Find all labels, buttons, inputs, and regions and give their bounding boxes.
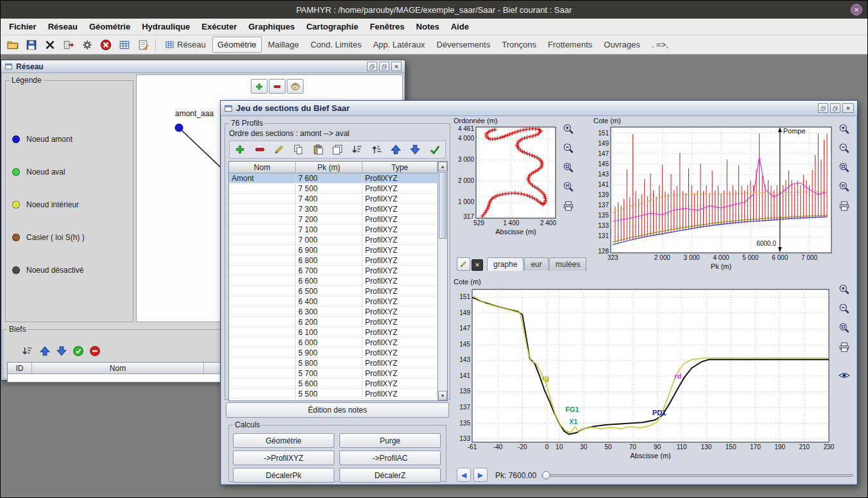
biefs-column-header[interactable]: ID bbox=[8, 363, 32, 374]
profil-duplicate-button[interactable] bbox=[330, 141, 345, 158]
menu-item[interactable]: Notes bbox=[411, 22, 445, 31]
cross-section-chart[interactable]: -61-40-200103050709011013015017019021023… bbox=[452, 278, 837, 465]
menu-item[interactable]: Géométrie bbox=[83, 22, 136, 31]
pk-slider-track[interactable] bbox=[541, 474, 853, 477]
export-button[interactable] bbox=[60, 37, 77, 53]
biefs-column-header[interactable]: Nom bbox=[32, 363, 204, 374]
table-row[interactable]: 6 600ProfilXYZ bbox=[229, 276, 438, 286]
plan-zoom-window-button[interactable] bbox=[561, 160, 576, 175]
abort-button[interactable] bbox=[98, 37, 114, 53]
profil-remove-button[interactable] bbox=[251, 141, 267, 158]
calc-d-calerpk-button[interactable]: DécalerPk bbox=[233, 468, 334, 483]
plan-zoom-reset-button[interactable] bbox=[561, 179, 576, 194]
calc-d-calerz-button[interactable]: DécalerZ bbox=[339, 468, 441, 483]
profils-scrollbar[interactable]: ▲ ▼ bbox=[438, 162, 447, 400]
profil-sort-asc-button[interactable] bbox=[369, 141, 384, 158]
menu-item[interactable]: Aide bbox=[445, 22, 475, 31]
scroll-up-button[interactable]: ▲ bbox=[438, 162, 447, 171]
menu-item[interactable]: Réseau bbox=[42, 22, 83, 31]
toolbar---button[interactable]: . =>, bbox=[647, 37, 674, 53]
toolbar-r-seau-button[interactable]: Réseau bbox=[160, 37, 211, 53]
table-row[interactable]: 7 000ProfilXYZ bbox=[229, 235, 438, 245]
remove-node-button[interactable] bbox=[269, 79, 285, 94]
long-print-button[interactable] bbox=[837, 198, 852, 214]
notes-button[interactable] bbox=[135, 37, 151, 53]
profil-paste-button[interactable] bbox=[310, 141, 325, 158]
table-row[interactable]: 5 700ProfilXYZ bbox=[229, 368, 438, 379]
open-button[interactable] bbox=[4, 37, 21, 53]
profil-move-up-button[interactable] bbox=[388, 141, 404, 158]
next-profile-button[interactable]: ▶ bbox=[473, 468, 488, 482]
menu-item[interactable]: Graphiques bbox=[243, 22, 300, 31]
long-profile-chart[interactable]: 3232 0003 0004 0005 0006 0007 0001511491… bbox=[591, 117, 837, 277]
plan-print-button[interactable] bbox=[561, 198, 576, 214]
menu-item[interactable]: Fenêtres bbox=[364, 22, 410, 31]
long-zoom-reset-button[interactable] bbox=[837, 179, 852, 194]
tab-eur[interactable]: eur bbox=[524, 257, 548, 271]
calc--profilac-button[interactable]: ->ProfilAC bbox=[339, 451, 441, 465]
profil-apply-button[interactable] bbox=[427, 141, 443, 158]
table-row[interactable]: Amont7 600ProfilXYZ bbox=[229, 173, 438, 184]
cross-zoom-in-button[interactable] bbox=[837, 282, 852, 297]
toolbar-ouvrages-button[interactable]: Ouvrages bbox=[599, 37, 645, 53]
table-row[interactable]: 5 500ProfilXYZ bbox=[229, 389, 438, 399]
table-row[interactable]: 7 400ProfilXYZ bbox=[229, 194, 438, 204]
biefs-move-up-button[interactable] bbox=[37, 343, 53, 359]
cross-zoom-out-button[interactable] bbox=[837, 301, 852, 316]
table-row[interactable]: 6 100ProfilXYZ bbox=[229, 327, 438, 338]
profils-column-header[interactable]: Type bbox=[362, 162, 438, 173]
cross-print-button[interactable] bbox=[837, 339, 852, 355]
biefs-remove-button[interactable] bbox=[87, 343, 103, 359]
table-row[interactable]: 6 300ProfilXYZ bbox=[229, 307, 438, 317]
edit-notes-button[interactable]: Édition des notes bbox=[226, 402, 449, 418]
table-row[interactable]: 6 400ProfilXYZ bbox=[229, 296, 438, 307]
profil-sort-desc-button[interactable] bbox=[349, 141, 364, 158]
profil-edit-button[interactable] bbox=[271, 141, 287, 158]
profil-add-button[interactable] bbox=[232, 141, 248, 158]
toolbar-app-lat-raux-button[interactable]: App. Latéraux bbox=[368, 37, 430, 53]
reseau-close-button[interactable]: ✕ bbox=[391, 62, 402, 71]
palette-button[interactable] bbox=[287, 79, 303, 94]
save-button[interactable] bbox=[23, 37, 40, 53]
tab-mulées[interactable]: mulées bbox=[549, 257, 587, 271]
sections-window-titlebar[interactable]: Jeu de sections du Bief Saar ✕ bbox=[221, 101, 857, 116]
tab-tool-button[interactable]: ✕ bbox=[472, 259, 483, 271]
plan-zoom-in-button[interactable] bbox=[561, 121, 576, 137]
sections-undock-button[interactable] bbox=[818, 103, 828, 113]
toolbar-maillage-button[interactable]: Maillage bbox=[263, 37, 304, 53]
long-zoom-window-button[interactable] bbox=[837, 160, 852, 175]
os-titlebar[interactable]: PAMHYR : /home/parouby/MAGE/exemple_saar… bbox=[1, 1, 867, 19]
profils-column-header[interactable]: Nom bbox=[229, 162, 296, 173]
calc-purge-button[interactable]: Purge bbox=[339, 433, 441, 448]
tab-edit-button[interactable] bbox=[457, 257, 470, 271]
cross-view-button[interactable] bbox=[837, 368, 852, 383]
toolbar-d-versements-button[interactable]: Déversements bbox=[431, 37, 495, 53]
table-row[interactable]: 6 500ProfilXYZ bbox=[229, 286, 438, 296]
table-row[interactable]: 6 000ProfilXYZ bbox=[229, 338, 438, 348]
calc-g-om-trie-button[interactable]: Géométrie bbox=[233, 433, 334, 448]
cross-zoom-window-button[interactable] bbox=[837, 320, 852, 336]
settings-button[interactable] bbox=[79, 37, 96, 53]
table-row[interactable]: 7 500ProfilXYZ bbox=[229, 184, 438, 194]
table-row[interactable]: 7 100ProfilXYZ bbox=[229, 225, 438, 235]
window-close-button[interactable]: ✕ bbox=[851, 4, 862, 15]
biefs-move-down-button[interactable] bbox=[53, 343, 70, 359]
plan-view-chart[interactable]: 5291 4002 4004 4614 0003 0002 0001 00031… bbox=[452, 117, 562, 253]
long-zoom-out-button[interactable] bbox=[837, 141, 852, 156]
pk-slider-thumb[interactable] bbox=[542, 471, 550, 479]
toolbar-tron-ons-button[interactable]: Tronçons bbox=[497, 37, 541, 53]
table-row[interactable]: 7 300ProfilXYZ bbox=[229, 204, 438, 214]
menu-item[interactable]: Fichier bbox=[3, 22, 42, 31]
calc--profilxyz-button[interactable]: ->ProfilXYZ bbox=[233, 451, 334, 465]
profil-copy-button[interactable] bbox=[291, 141, 306, 158]
table-row[interactable]: 5 600ProfilXYZ bbox=[229, 379, 438, 389]
table-row[interactable]: 6 700ProfilXYZ bbox=[229, 266, 438, 276]
previous-profile-button[interactable]: ◀ bbox=[457, 468, 471, 482]
menu-item[interactable]: Exécuter bbox=[196, 22, 243, 31]
table-button[interactable] bbox=[116, 37, 133, 53]
profils-column-header[interactable]: Pk (m) bbox=[296, 162, 362, 173]
reseau-window-titlebar[interactable]: Réseau ✕ bbox=[1, 60, 405, 73]
scroll-thumb[interactable] bbox=[439, 172, 447, 239]
table-row[interactable]: 6 900ProfilXYZ bbox=[229, 245, 438, 255]
tab-graphe[interactable]: graphe bbox=[487, 257, 523, 271]
